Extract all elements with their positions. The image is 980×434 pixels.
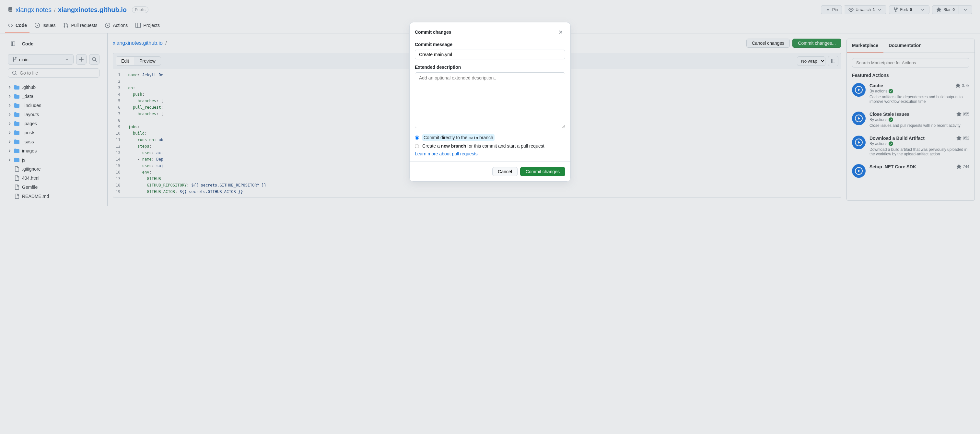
extended-desc-textarea[interactable] bbox=[415, 72, 565, 128]
radio-commit-direct[interactable] bbox=[415, 136, 419, 140]
commit-message-input[interactable] bbox=[415, 49, 565, 59]
modal-overlay: Commit changes Commit message Extended d… bbox=[0, 0, 980, 206]
modal-title: Commit changes bbox=[415, 30, 452, 35]
modal-cancel-button[interactable]: Cancel bbox=[492, 167, 517, 176]
close-icon bbox=[558, 30, 563, 35]
learn-pr-link[interactable]: Learn more about pull requests bbox=[415, 151, 478, 156]
commit-modal: Commit changes Commit message Extended d… bbox=[409, 22, 571, 182]
radio-new-branch-label: Create a new branch for this commit and … bbox=[422, 144, 544, 148]
radio-commit-direct-label: Commit directly to the main branch bbox=[422, 134, 495, 141]
modal-commit-button[interactable]: Commit changes bbox=[520, 167, 565, 176]
radio-new-branch[interactable] bbox=[415, 144, 419, 148]
close-button[interactable] bbox=[556, 27, 565, 37]
extended-desc-label: Extended description bbox=[415, 65, 565, 70]
commit-message-label: Commit message bbox=[415, 42, 565, 47]
